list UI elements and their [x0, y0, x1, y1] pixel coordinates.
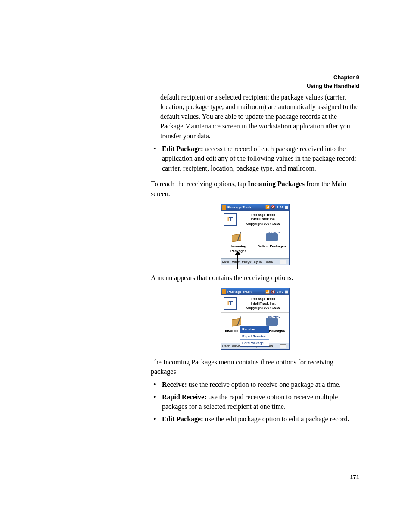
menu-user[interactable]: User [222, 344, 230, 348]
speaker-icon: 🔇 [271, 289, 275, 294]
menu-item-edit-package[interactable]: Edit Package [240, 340, 269, 346]
bullet-list-2: Receive: use the receive option to recei… [151, 380, 359, 424]
edit-package-text-2: use the edit package option to edit a pa… [203, 415, 349, 423]
handheld-screenshot-1: Package Track 📶 🔇 8:46 ▦ IT Package Trac… [221, 204, 290, 265]
handheld-icon-row: Incomin DELIVERY Packages Receive Rapid … [221, 313, 289, 343]
page-number: 171 [350, 474, 359, 480]
edit-package-label: Edit Package: [162, 145, 203, 152]
menu-contains-paragraph: The Incoming Packages menu contains thre… [151, 358, 359, 377]
handheld-title: Package Track [227, 289, 252, 294]
reach-paragraph: To reach the receiving options, tap Inco… [151, 179, 359, 199]
edit-package-label-2: Edit Package: [162, 415, 203, 423]
window-icon [222, 205, 226, 210]
menu-purge[interactable]: Purge [242, 259, 252, 264]
intellitrack-logo: IT [224, 213, 237, 226]
section-label: Using the Handheld [307, 82, 359, 90]
rapid-receive-label: Rapid Receive: [162, 393, 207, 401]
menu-tools[interactable]: Tools [264, 259, 273, 264]
list-item: Receive: use the receive option to recei… [151, 380, 359, 389]
svg-marker-1 [235, 251, 241, 255]
splash-text: Package Track IntelliTrack Inc. Copyrigh… [240, 297, 286, 310]
handheld-title: Package Track [227, 205, 252, 210]
list-item: Edit Package: use the edit package optio… [151, 414, 359, 424]
menu-item-receive[interactable]: Receive [240, 326, 269, 333]
handheld-icon-row: Incoming Packages DELIVERY Deliver Packa… [221, 228, 289, 258]
page-body: default recipient or a selected recipien… [151, 93, 359, 424]
menu-appears-paragraph: A menu appears that contains the receivi… [151, 273, 359, 283]
ok-icon: ▦ [285, 289, 288, 294]
incoming-packages-bold: Incoming Packages [248, 180, 305, 187]
menu-user[interactable]: User [222, 259, 230, 264]
handheld-screenshot-2: Package Track 📶 🔇 8:46 ▦ IT Package Trac… [221, 288, 290, 349]
handheld-splash: IT Package Track IntelliTrack Inc. Copyr… [221, 295, 289, 312]
arrow-up-icon [235, 251, 241, 269]
intro-paragraph: default recipient or a selected recipien… [160, 93, 359, 141]
deliver-packages-button[interactable]: DELIVERY Deliver Packages [258, 231, 286, 258]
window-icon [222, 289, 226, 294]
menu-sync[interactable]: Sync [254, 259, 262, 264]
clock-time: 8:46 [277, 289, 283, 294]
chapter-label: Chapter 9 [307, 73, 359, 82]
menu-item-rapid-receive[interactable]: Rapid Receive [240, 333, 269, 340]
handheld-bottom-bar: User View Purge Sync Tools [221, 258, 289, 265]
handheld-splash: IT Package Track IntelliTrack Inc. Copyr… [221, 211, 289, 228]
menu-view[interactable]: View [232, 344, 240, 348]
incoming-packages-menu: Receive Rapid Receive Edit Package [240, 326, 269, 347]
keyboard-icon[interactable] [280, 260, 286, 264]
handheld-titlebar: Package Track 📶 🔇 8:46 ▦ [221, 204, 289, 211]
clock-time: 8:46 [277, 205, 283, 210]
bullet-list-1: Edit Package: access the record of each … [151, 144, 359, 173]
keyboard-icon[interactable] [280, 344, 286, 348]
signal-icon: 📶 [265, 289, 270, 294]
receive-text: use the receive option to receive one pa… [187, 381, 341, 388]
ok-icon: ▦ [285, 205, 288, 210]
intellitrack-logo: IT [224, 297, 237, 310]
list-item: Edit Package: access the record of each … [151, 144, 359, 173]
list-item: Rapid Receive: use the rapid receive opt… [151, 392, 359, 412]
splash-text: Package Track IntelliTrack Inc. Copyrigh… [240, 213, 286, 226]
signal-icon: 📶 [265, 205, 270, 210]
receive-label: Receive: [162, 381, 187, 388]
handheld-titlebar: Package Track 📶 🔇 8:46 ▦ [221, 288, 289, 295]
speaker-icon: 🔇 [271, 205, 275, 210]
page-header: Chapter 9 Using the Handheld [307, 73, 359, 90]
